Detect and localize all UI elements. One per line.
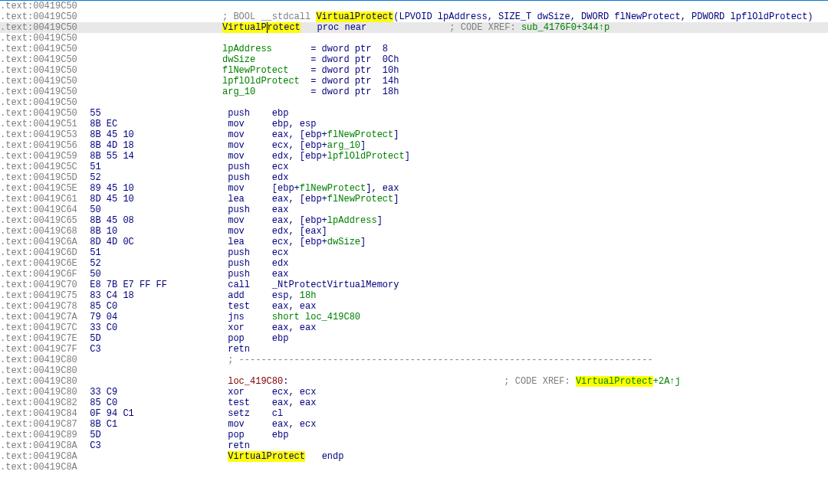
segment-address: .text:00419C7E	[0, 333, 84, 344]
opcode-bytes: 52	[90, 172, 228, 183]
segment-address: .text:00419C70	[0, 280, 84, 290]
asm-row[interactable]: .text:00419C50	[0, 97, 828, 108]
asm-row[interactable]: .text:00419C75 83 C4 18add esp, 18h	[0, 290, 828, 301]
asm-row[interactable]: .text:00419C53 8B 45 10mov eax, [ebp+flN…	[0, 129, 828, 140]
mnemonic: xor	[228, 322, 272, 333]
mnemonic: mov	[228, 226, 272, 237]
asm-row[interactable]: .text:00419C56 8B 4D 18mov ecx, [ebp+arg…	[0, 140, 828, 151]
separator: ;	[228, 355, 238, 365]
asm-row[interactable]: .text:00419C8A C3retn	[0, 440, 828, 451]
asm-row[interactable]: .text:00419C5C 51push ecx	[0, 162, 828, 172]
asm-row[interactable]: .text:00419C50flNewProtect = dword ptr 1…	[0, 65, 828, 76]
segment-address: .text:00419C89	[0, 430, 84, 440]
mnemonic: lea	[228, 237, 272, 247]
func-label-right: otect	[273, 22, 301, 33]
kw-proc: proc	[317, 22, 344, 33]
asm-row[interactable]: .text:00419C7F C3retn	[0, 344, 828, 355]
asm-row[interactable]: .text:00419C51 8B ECmov ebp, esp	[0, 119, 828, 129]
asm-row[interactable]: .text:00419C89 5Dpop ebp	[0, 430, 828, 440]
segment-address: .text:00419C80	[0, 387, 84, 398]
opcode-bytes	[84, 76, 222, 87]
segment-address: .text:00419C50	[0, 22, 84, 33]
mnemonic: push	[228, 269, 272, 280]
segment-address: .text:00419C50	[0, 11, 84, 22]
asm-row[interactable]: .text:00419C8A	[0, 462, 828, 473]
arg-name: lpAddress	[222, 44, 310, 54]
asm-row[interactable]: .text:00419C6A 8D 4D 0Clea ecx, [ebp+dwS…	[0, 237, 828, 247]
opcode-bytes	[84, 1, 222, 11]
opcode-bytes: 8B C1	[90, 419, 228, 430]
asm-row[interactable]: .text:00419C50lpAddress = dword ptr 8	[0, 44, 828, 54]
operands: ecx, ecx	[272, 387, 317, 398]
arg-offset: = dword ptr 8	[310, 44, 388, 54]
mnemonic: mov	[228, 215, 272, 226]
asm-row[interactable]: .text:00419C50arg_10 = dword ptr 18h	[0, 87, 828, 97]
segment-address: .text:00419C50	[0, 108, 84, 119]
segment-address: .text:00419C59	[0, 151, 84, 162]
asm-row[interactable]: .text:00419C70 E8 7B E7 FF FFcall _NtPro…	[0, 280, 828, 290]
op-arg: arg_10	[327, 140, 360, 151]
asm-row[interactable]: .text:00419C65 8B 45 08mov eax, [ebp+lpA…	[0, 215, 828, 226]
asm-row[interactable]: .text:00419C84 0F 94 C1setz cl	[0, 408, 828, 419]
comment: ; BOOL __stdcall	[222, 11, 316, 22]
op-pre: eax, [ebp+	[272, 194, 327, 205]
asm-row[interactable]: .text:00419C80 loc_419C80: ; CODE XREF: …	[0, 376, 828, 387]
asm-row[interactable]: .text:00419C7C 33 C0xor eax, eax	[0, 322, 828, 333]
asm-row[interactable]: .text:00419C7E 5Dpop ebp	[0, 333, 828, 344]
asm-row[interactable]: .text:00419C5D 52push edx	[0, 172, 828, 183]
asm-row[interactable]: .text:00419C80 33 C9xor ecx, ecx	[0, 387, 828, 398]
segment-address: .text:00419C65	[0, 215, 84, 226]
opcode-bytes: 51	[90, 162, 228, 172]
operands: esp,	[272, 290, 300, 301]
asm-row[interactable]: .text:00419C64 50push eax	[0, 205, 828, 215]
op-arg: lpflOldProtect	[327, 151, 405, 162]
asm-row[interactable]: .text:00419C82 85 C0test eax, eax	[0, 398, 828, 408]
asm-row[interactable]: .text:00419C59 8B 55 14mov edx, [ebp+lpf…	[0, 151, 828, 162]
segment-address: .text:00419C80	[0, 365, 84, 376]
opcode-bytes	[90, 365, 228, 376]
op-pre: eax, [ebp+	[272, 215, 327, 226]
asm-row[interactable]: .text:00419C5E 89 45 10mov [ebp+flNewPro…	[0, 183, 828, 194]
asm-row[interactable]: .text:00419C6F 50push eax	[0, 269, 828, 280]
asm-row[interactable]: .text:00419C6D 51push ecx	[0, 247, 828, 258]
opcode-bytes: 8B 45 10	[90, 129, 228, 140]
current-line[interactable]: .text:00419C50VirtualProtect proc near ;…	[0, 22, 828, 33]
segment-address: .text:00419C8A	[0, 451, 84, 462]
asm-row[interactable]: .text:00419C61 8D 45 10lea eax, [ebp+flN…	[0, 194, 828, 205]
op-arg: dwSize	[327, 237, 360, 247]
asm-row[interactable]: .text:00419C80 ; -----------------------…	[0, 355, 828, 365]
segment-address: .text:00419C80	[0, 376, 84, 387]
opcode-bytes	[84, 44, 222, 54]
asm-row[interactable]: .text:00419C6E 52push edx	[0, 258, 828, 269]
op-pre: [ebp+	[272, 183, 300, 194]
asm-row[interactable]: .text:00419C50	[0, 1, 828, 11]
operands: eax, eax	[272, 322, 317, 333]
mnemonic: retn	[228, 440, 272, 451]
opcode-bytes	[90, 376, 228, 387]
disassembly-view[interactable]: .text:00419C50.text:00419C50; BOOL __std…	[0, 0, 828, 504]
xref-tail: +2A↑j	[653, 376, 681, 387]
operands: ebp	[272, 333, 289, 344]
op-pre: edx, [ebp+	[272, 151, 327, 162]
asm-row[interactable]: .text:00419C50 55push ebp	[0, 108, 828, 119]
operands: ebp	[272, 430, 289, 440]
opcode-bytes: 8B EC	[90, 119, 228, 129]
asm-row[interactable]: .text:00419C8A VirtualProtect endp	[0, 451, 828, 462]
asm-row[interactable]: .text:00419C80	[0, 365, 828, 376]
asm-row[interactable]: .text:00419C78 85 C0test eax, eax	[0, 301, 828, 312]
asm-row[interactable]: .text:00419C87 8B C1mov eax, ecx	[0, 419, 828, 430]
asm-row[interactable]: .text:00419C50lpflOldProtect = dword ptr…	[0, 76, 828, 87]
asm-row[interactable]: .text:00419C7A 79 04jns short loc_419C80	[0, 312, 828, 322]
asm-row[interactable]: .text:00419C50	[0, 33, 828, 44]
asm-row[interactable]: .text:00419C50dwSize = dword ptr 0Ch	[0, 54, 828, 65]
segment-address: .text:00419C61	[0, 194, 84, 205]
opcode-bytes: 8B 10	[90, 226, 228, 237]
mnemonic: mov	[228, 183, 272, 194]
arg-offset: = dword ptr 0Ch	[310, 54, 399, 65]
asm-row[interactable]: .text:00419C68 8B 10mov edx, [eax]	[0, 226, 828, 237]
segment-address: .text:00419C8A	[0, 462, 84, 473]
asm-row[interactable]: .text:00419C50; BOOL __stdcall VirtualPr…	[0, 11, 828, 22]
operands: edx, [eax]	[272, 226, 327, 237]
op-pre: ecx, [ebp+	[272, 140, 327, 151]
segment-address: .text:00419C51	[0, 119, 84, 129]
